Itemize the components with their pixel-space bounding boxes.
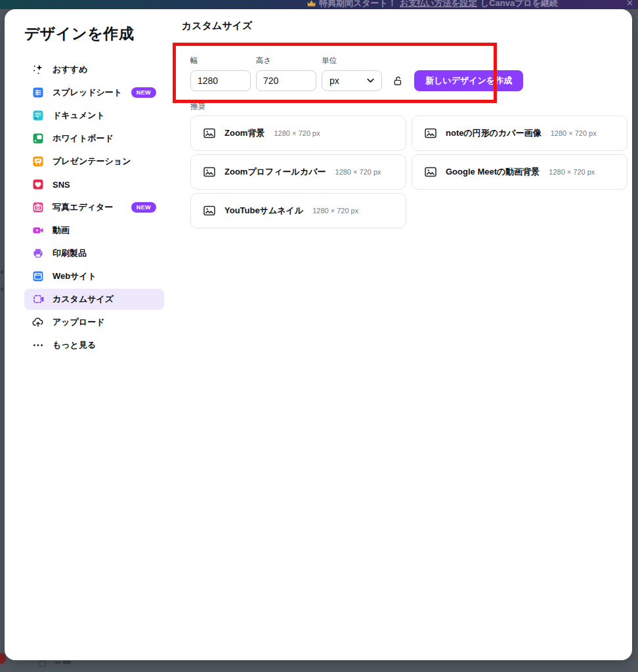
sidebar-item-spreadsheet[interactable]: スプレッドシート NEW (24, 82, 164, 103)
width-label: 幅 (190, 56, 251, 66)
card-zoom-background[interactable]: Zoom背景 1280 × 720 px (190, 116, 406, 151)
banner-text-prefix: 特典期間スタート！ (319, 0, 396, 9)
panel-title: カスタムサイズ (182, 20, 632, 32)
sidebar-item-custom-size[interactable]: カスタムサイズ (24, 289, 164, 310)
document-icon (32, 110, 44, 121)
card-size: 1280 × 720 px (551, 129, 597, 137)
image-icon (424, 127, 437, 140)
background-page-remnant (55, 662, 61, 663)
height-label: 高さ (256, 56, 316, 66)
background-page-remnant (1, 270, 3, 274)
card-size: 1280 × 720 px (335, 168, 381, 176)
presentation-icon (32, 156, 44, 167)
new-badge: NEW (131, 87, 156, 98)
sidebar-item-upload[interactable]: アップロード (24, 312, 164, 333)
design-type-sidebar: デザインを作成 おすすめ スプレッドシート NEW ドキュメント ホワイトボード (5, 9, 173, 660)
sidebar-nav: おすすめ スプレッドシート NEW ドキュメント ホワイトボード プレゼンテーシ… (24, 59, 173, 356)
unit-field-group: 単位 px (322, 56, 382, 91)
heart-icon (32, 178, 44, 190)
cloud-upload-icon (32, 316, 44, 328)
recommended-sizes-grid: Zoom背景 1280 × 720 px noteの円形のカバー画像 1280 … (190, 116, 632, 228)
card-zoom-profile-cover[interactable]: Zoomプロフィールカバー 1280 × 720 px (190, 154, 406, 190)
sidebar-item-label: おすすめ (53, 64, 87, 75)
sidebar-item-presentation[interactable]: プレゼンテーション (24, 151, 164, 172)
image-icon (203, 204, 216, 217)
chevron-down-icon (367, 78, 374, 83)
sidebar-item-label: スプレッドシート (53, 87, 122, 98)
banner-text-suffix: しCanvaプロを継続 (480, 0, 558, 9)
ellipsis-icon (32, 339, 44, 351)
card-size: 1280 × 720 px (274, 129, 320, 137)
sparkles-icon (32, 64, 44, 75)
camera-icon (32, 201, 44, 213)
sidebar-item-label: 写真エディター (53, 201, 113, 213)
image-icon (203, 165, 216, 178)
create-design-modal: デザインを作成 おすすめ スプレッドシート NEW ドキュメント ホワイトボード (5, 9, 632, 660)
sidebar-item-label: カスタムサイズ (53, 293, 114, 305)
image-icon (203, 127, 216, 140)
card-title: noteの円形のカバー画像 (446, 127, 542, 139)
custom-size-form: 幅 高さ 単位 px 新しいデザインを作成 (190, 56, 632, 91)
banner-payment-link[interactable]: お支払い方法を設定 (400, 0, 477, 9)
sidebar-item-document[interactable]: ドキュメント (24, 105, 164, 126)
sidebar-item-sns[interactable]: SNS (24, 174, 164, 195)
crown-icon (307, 0, 316, 7)
browser-icon (32, 270, 44, 282)
sidebar-item-label: Webサイト (53, 270, 96, 282)
recommended-label: 推奨 (190, 102, 632, 112)
promo-banner: 特典期間スタート！お支払い方法を設定しCanvaプロを継続 ✕ (0, 0, 638, 9)
new-badge: NEW (131, 202, 156, 213)
background-page-remnant (39, 661, 46, 667)
sidebar-item-website[interactable]: Webサイト (24, 266, 164, 287)
sidebar-item-video[interactable]: 動画 (24, 220, 164, 241)
image-icon (424, 165, 437, 178)
width-field-group: 幅 (190, 56, 251, 91)
sidebar-item-label: ドキュメント (53, 110, 105, 121)
create-design-button[interactable]: 新しいデザインを作成 (414, 70, 523, 91)
modal-title: デザインを作成 (24, 24, 173, 44)
unlocked-padlock-icon[interactable] (393, 75, 404, 87)
card-title: Zoom背景 (224, 127, 265, 139)
custom-size-panel: カスタムサイズ 幅 高さ 単位 px 新しいデザインを作成 推奨 (173, 9, 632, 660)
sidebar-item-more[interactable]: もっと見る (24, 335, 164, 356)
sidebar-item-label: ホワイトボード (53, 133, 114, 144)
sidebar-item-print[interactable]: 印刷製品 (24, 243, 164, 264)
banner-close-icon[interactable]: ✕ (626, 0, 633, 8)
whiteboard-icon (32, 133, 44, 144)
height-field-group: 高さ (256, 56, 316, 91)
card-title: Zoomプロフィールカバー (224, 166, 326, 178)
card-title: YouTubeサムネイル (224, 205, 303, 217)
width-input[interactable] (190, 70, 251, 91)
height-input[interactable] (256, 70, 316, 91)
spreadsheet-icon (32, 87, 44, 98)
resize-icon (32, 293, 44, 305)
unit-label: 単位 (322, 56, 382, 66)
sidebar-item-label: 印刷製品 (53, 247, 87, 259)
sidebar-item-label: 動画 (53, 224, 70, 236)
unit-value: px (330, 75, 339, 86)
unit-select[interactable]: px (322, 70, 382, 91)
card-size: 1280 × 720 px (312, 207, 358, 215)
card-note-cover[interactable]: noteの円形のカバー画像 1280 × 720 px (412, 116, 627, 151)
printer-icon (32, 247, 44, 259)
sidebar-item-label: アップロード (53, 316, 105, 328)
card-size: 1280 × 720 px (549, 168, 595, 176)
background-page-remnant (1, 287, 3, 291)
sidebar-item-label: SNS (53, 180, 70, 190)
promo-banner-text: 特典期間スタート！お支払い方法を設定しCanvaプロを継続 (307, 0, 558, 9)
sidebar-item-label: プレゼンテーション (53, 156, 131, 167)
sidebar-item-label: もっと見る (53, 339, 96, 351)
sidebar-item-photo-editor[interactable]: 写真エディター NEW (24, 197, 164, 218)
sidebar-item-whiteboard[interactable]: ホワイトボード (24, 128, 164, 149)
card-youtube-thumbnail[interactable]: YouTubeサムネイル 1280 × 720 px (190, 193, 406, 228)
card-google-meet-background[interactable]: Google Meetの動画背景 1280 × 720 px (412, 154, 627, 190)
card-title: Google Meetの動画背景 (446, 166, 540, 178)
video-icon (32, 224, 44, 236)
sidebar-item-recommended[interactable]: おすすめ (24, 59, 164, 80)
background-page-remnant (63, 661, 71, 664)
